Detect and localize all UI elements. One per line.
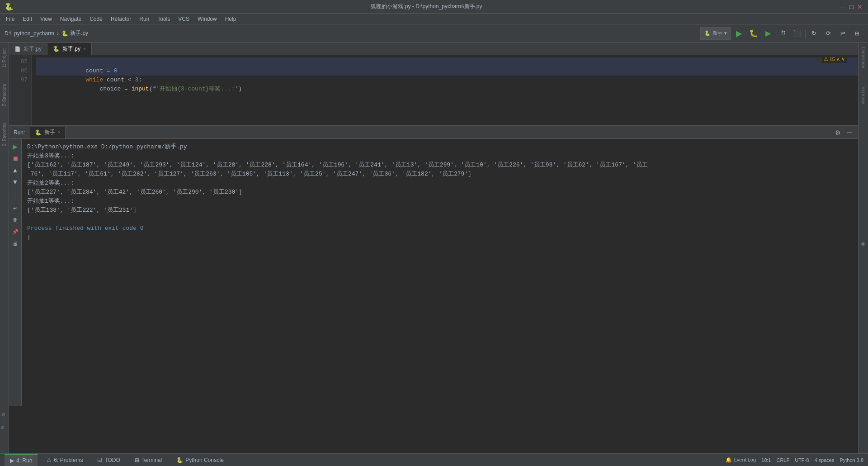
update2-button[interactable]: ⟳ bbox=[822, 27, 835, 40]
maximize-button[interactable]: □ bbox=[848, 3, 855, 10]
run-settings-button[interactable]: ⚙ bbox=[833, 128, 843, 138]
breadcrumb-separator: › bbox=[57, 30, 59, 37]
run-bar-separator bbox=[15, 190, 15, 200]
warning-symbol: ⚠ bbox=[824, 56, 828, 62]
run-output[interactable]: D:\Python\python.exe D:/python_pycharm/新… bbox=[22, 139, 858, 406]
line-num-97: 97 bbox=[9, 76, 31, 85]
toolbar-right: 🐍 新手 ▾ ▶ 🐛 ▶ ⏱ ⬛ ↻ ⟳ ⇌ ⊞ bbox=[700, 27, 863, 40]
titlebar-title: 狐狸的小游戏.py - D:\python_pycharm\新手.py bbox=[371, 3, 482, 10]
file-tab-inactive[interactable]: 📄 新手.py bbox=[9, 43, 47, 55]
code-line-95: count = 0 bbox=[36, 57, 858, 67]
right-panel-database[interactable]: Database bbox=[861, 47, 866, 68]
python-console-icon: 🐍 bbox=[176, 457, 183, 463]
menu-edit[interactable]: Edit bbox=[19, 15, 36, 23]
run-panel-tabs-right: ⚙ ─ bbox=[833, 128, 858, 138]
run-status-tab[interactable]: ▶ 4: Run bbox=[5, 454, 38, 466]
debug-button[interactable]: 🐛 bbox=[747, 27, 760, 40]
update-button[interactable]: ↻ bbox=[807, 27, 820, 40]
run-output-line2: ['员工162', '员工187', '员工249', '员工293', '员工… bbox=[27, 161, 853, 170]
breadcrumb-file: 🐍 新手.py bbox=[61, 29, 88, 37]
run-pin-button[interactable]: 📌 bbox=[10, 227, 20, 237]
problems-status-tab[interactable]: ⚠ 6: Problems bbox=[41, 454, 88, 466]
menu-window[interactable]: Window bbox=[194, 15, 221, 23]
run-stop-button[interactable]: ⏹ bbox=[10, 153, 20, 163]
file-tab-name: 新手.py bbox=[62, 45, 80, 53]
run-filter-button[interactable]: 🖨 bbox=[10, 238, 20, 248]
run-output-line7 bbox=[27, 215, 853, 224]
line-ending[interactable]: CRLF bbox=[776, 457, 789, 463]
warning-down[interactable]: ∨ bbox=[841, 56, 845, 62]
run-with-coverage-button[interactable]: ▶ bbox=[762, 27, 774, 40]
terminal-status-tab[interactable]: ⊞ Terminal bbox=[129, 454, 167, 466]
run-output-line3: 开始抽2等奖...: bbox=[27, 179, 853, 188]
line-num-96: 96 bbox=[9, 67, 31, 76]
code-line-97: choice = input(f'开始抽{3-count}等奖...:') bbox=[36, 76, 858, 85]
code-editor: 95 96 97 count = 0 while count < 3: choi… bbox=[9, 55, 858, 125]
right-panel-icon1[interactable]: ◈ bbox=[861, 240, 866, 247]
menu-file[interactable]: File bbox=[2, 15, 18, 23]
toolbar: D:\ python_pycharm › 🐍 新手.py 🐍 新手 ▾ ▶ 🐛 … bbox=[0, 24, 868, 43]
warning-count: 15 bbox=[830, 57, 835, 62]
python-version[interactable]: Python 3.8 bbox=[840, 457, 863, 463]
close-button[interactable]: ✕ bbox=[857, 3, 863, 10]
titlebar: 🐍 狐狸的小游戏.py - D:\python_pycharm\新手.py ─ … bbox=[0, 0, 868, 14]
run-tab-close[interactable]: × bbox=[58, 130, 61, 135]
file-tab-active[interactable]: 🐍 新手.py × bbox=[47, 43, 92, 55]
sidebar-structure-label[interactable]: Z-Structure bbox=[1, 80, 8, 110]
menu-run[interactable]: Run bbox=[136, 15, 153, 23]
warning-up[interactable]: ∧ bbox=[836, 56, 840, 62]
menu-vcs[interactable]: VCS bbox=[175, 15, 193, 23]
file-tab-close[interactable]: × bbox=[83, 47, 86, 52]
left-sidebar: 1: Project Z-Structure 2: Favorites ⚙ ≡ bbox=[0, 43, 9, 453]
indent[interactable]: 4 spaces bbox=[814, 457, 834, 463]
menu-tools[interactable]: Tools bbox=[154, 15, 174, 23]
code-content[interactable]: count = 0 while count < 3: choice = inpu… bbox=[32, 55, 858, 125]
run-scroll-down-button[interactable]: ▼ bbox=[10, 177, 20, 187]
run-output-cmd: D:\Python\python.exe D:/python_pycharm/新… bbox=[27, 143, 853, 152]
sidebar-bottom-icon2[interactable]: ≡ bbox=[1, 424, 4, 431]
file-tab-inactive-name: 新手.py bbox=[24, 45, 42, 53]
menubar: File Edit View Navigate Code Refactor Ru… bbox=[0, 14, 868, 24]
minimize-button[interactable]: ─ bbox=[840, 3, 846, 10]
sidebar-bottom-icon[interactable]: ⚙ bbox=[1, 412, 6, 417]
file-tabs: 📄 新手.py 🐍 新手.py × bbox=[9, 43, 858, 55]
event-log-btn[interactable]: 🔔 Event Log bbox=[726, 457, 756, 463]
terminal-status-label: Terminal bbox=[142, 457, 162, 463]
menu-help[interactable]: Help bbox=[222, 15, 240, 23]
sidebar-project-label[interactable]: 1: Project bbox=[1, 45, 8, 71]
menu-code[interactable]: Code bbox=[86, 15, 106, 23]
status-bar-left: ▶ 4: Run ⚠ 6: Problems ☑ TODO ⊞ Terminal… bbox=[5, 454, 229, 466]
line-num-95: 95 bbox=[9, 57, 31, 67]
extra2-button[interactable]: ⊞ bbox=[851, 27, 863, 40]
run-tab-active[interactable]: 🐍 新手 × bbox=[30, 127, 66, 138]
menu-refactor[interactable]: Refactor bbox=[107, 15, 135, 23]
run-scroll-up-button[interactable]: ▲ bbox=[10, 165, 20, 175]
sidebar-favorites-label[interactable]: 2: Favorites bbox=[1, 119, 8, 150]
run-panel-tabs: Run: 🐍 新手 × ⚙ ─ bbox=[9, 126, 858, 139]
problems-status-icon: ⚠ bbox=[47, 457, 52, 463]
run-config-dropdown[interactable]: 🐍 新手 ▾ bbox=[700, 27, 731, 40]
extra-button[interactable]: ⇌ bbox=[836, 27, 849, 40]
right-panel-sciview[interactable]: SciView bbox=[861, 86, 866, 104]
run-panel-tabs-left: Run: 🐍 新手 × bbox=[9, 127, 66, 138]
todo-status-label: TODO bbox=[104, 457, 120, 463]
run-wrap-button[interactable]: ↵ bbox=[10, 203, 20, 213]
status-bar-right: 🔔 Event Log 10:1 CRLF UTF-8 4 spaces Pyt… bbox=[726, 457, 863, 463]
python-console-status-tab[interactable]: 🐍 Python Console bbox=[171, 454, 229, 466]
cursor-position: 10:1 bbox=[761, 457, 771, 463]
stop-button[interactable]: ⬛ bbox=[791, 27, 803, 40]
run-panel: Run: 🐍 新手 × ⚙ ─ ▶ ⏹ ▲ bbox=[9, 125, 858, 406]
encoding[interactable]: UTF-8 bbox=[795, 457, 809, 463]
run-left-bar: ▶ ⏹ ▲ ▼ ↵ 🗑 📌 🖨 bbox=[9, 139, 22, 406]
menu-view[interactable]: View bbox=[37, 15, 56, 23]
run-tab-name: 新手 bbox=[44, 128, 55, 136]
todo-status-tab[interactable]: ☑ TODO bbox=[92, 454, 125, 466]
menu-navigate[interactable]: Navigate bbox=[57, 15, 85, 23]
profile-button[interactable]: ⏱ bbox=[776, 27, 789, 40]
run-button[interactable]: ▶ bbox=[733, 27, 745, 40]
run-clear-button[interactable]: 🗑 bbox=[10, 215, 20, 225]
run-minimize-button[interactable]: ─ bbox=[844, 128, 854, 138]
code-line-96: while count < 3: bbox=[36, 67, 858, 76]
run-panel-body: ▶ ⏹ ▲ ▼ ↵ 🗑 📌 🖨 D:\Python\python.exe D:/… bbox=[9, 139, 858, 406]
run-play-button[interactable]: ▶ bbox=[10, 142, 20, 152]
